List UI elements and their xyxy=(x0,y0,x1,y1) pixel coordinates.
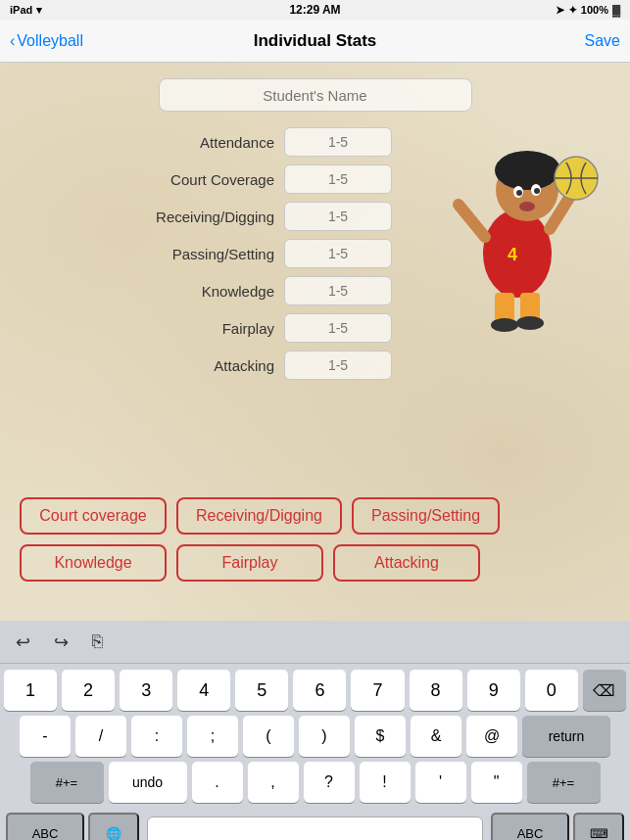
stat-input-attendance[interactable] xyxy=(284,127,392,157)
back-chevron-icon: ‹ xyxy=(10,32,15,50)
battery-icon: ▓ xyxy=(612,4,620,16)
svg-text:4: 4 xyxy=(508,245,517,264)
svg-point-17 xyxy=(516,316,544,330)
stat-input-fairplay[interactable] xyxy=(284,313,392,343)
key-question[interactable]: ? xyxy=(304,762,355,803)
key-at[interactable]: @ xyxy=(466,716,517,757)
stat-label-passing-setting: Passing/Setting xyxy=(127,246,274,262)
symbol-row-1: - / : ; ( ) $ & @ return xyxy=(4,716,626,757)
stat-label-fairplay: Fairplay xyxy=(127,320,274,337)
stat-label-knowledge: Knowledge xyxy=(127,283,274,300)
key-minus[interactable]: - xyxy=(20,716,71,757)
redo-icon[interactable]: ↪ xyxy=(48,628,74,657)
stat-input-knowledge[interactable] xyxy=(284,276,392,305)
key-1[interactable]: 1 xyxy=(4,670,57,711)
svg-line-10 xyxy=(459,205,485,237)
stat-input-attacking[interactable] xyxy=(284,350,392,380)
status-bar: iPad ▾ 12:29 AM ➤ ✦ 100% ▓ xyxy=(0,0,630,20)
key-hash-equals-right[interactable]: #+= xyxy=(527,762,601,803)
stat-row-passing-setting: Passing/Setting xyxy=(20,239,392,268)
stat-row-attacking: Attacking xyxy=(20,350,392,380)
battery-label: 100% xyxy=(581,4,608,16)
button-attacking[interactable]: Attacking xyxy=(333,544,480,582)
key-semicolon[interactable]: ; xyxy=(187,716,238,757)
key-return[interactable]: return xyxy=(522,716,610,757)
key-abc-left[interactable]: ABC xyxy=(6,813,84,840)
svg-rect-14 xyxy=(495,293,514,322)
svg-point-16 xyxy=(491,318,518,332)
key-9[interactable]: 9 xyxy=(467,670,520,711)
stat-label-court-coverage: Court Coverage xyxy=(127,171,274,188)
key-open-paren[interactable]: ( xyxy=(243,716,294,757)
key-3[interactable]: 3 xyxy=(120,670,172,711)
svg-point-8 xyxy=(519,202,535,211)
key-undo[interactable]: undo xyxy=(109,762,187,803)
button-fairplay[interactable]: Fairplay xyxy=(176,544,323,582)
key-dollar[interactable]: $ xyxy=(355,716,406,757)
key-ampersand[interactable]: & xyxy=(411,716,461,757)
buttons-section: Court coverage Receiving/Digging Passing… xyxy=(20,497,610,591)
wifi-icon: ▾ xyxy=(36,4,42,17)
key-hash-equals[interactable]: #+= xyxy=(30,762,104,803)
save-button[interactable]: Save xyxy=(585,32,620,50)
key-4[interactable]: 4 xyxy=(177,670,230,711)
key-5[interactable]: 5 xyxy=(235,670,288,711)
keyboard-toolbar: ↩ ↪ ⎘ xyxy=(0,621,630,664)
stat-input-receiving-digging[interactable] xyxy=(284,202,392,231)
location-icon: ➤ xyxy=(556,4,564,17)
stat-label-attendance: Attendance xyxy=(127,134,274,151)
status-left: iPad ▾ xyxy=(10,4,42,17)
back-button[interactable]: ‹ Volleyball xyxy=(10,32,83,50)
status-right: ➤ ✦ 100% ▓ xyxy=(556,4,620,17)
key-apostrophe[interactable]: ' xyxy=(415,762,466,803)
key-colon[interactable]: : xyxy=(131,716,182,757)
stat-row-court-coverage: Court Coverage xyxy=(20,164,392,194)
key-7[interactable]: 7 xyxy=(351,670,404,711)
bluetooth-icon: ✦ xyxy=(568,4,577,17)
key-close-paren[interactable]: ) xyxy=(299,716,350,757)
button-receiving-digging[interactable]: Receiving/Digging xyxy=(176,497,342,535)
buttons-row-1: Court coverage Receiving/Digging Passing… xyxy=(20,497,610,535)
stat-label-attacking: Attacking xyxy=(127,357,274,374)
stat-label-receiving-digging: Receiving/Digging xyxy=(127,209,274,225)
button-passing-setting[interactable]: Passing/Setting xyxy=(352,497,500,535)
carrier-label: iPad xyxy=(10,4,32,16)
key-8[interactable]: 8 xyxy=(410,670,462,711)
symbol-row-2: #+= undo . , ? ! ' " #+= xyxy=(4,762,626,803)
student-name-input[interactable] xyxy=(159,78,472,112)
main-content: Attendance Court Coverage Receiving/Digg… xyxy=(0,63,630,621)
keyboard-rows: 1 2 3 4 5 6 7 8 9 0 ⌫ - / : ; ( ) $ & @ … xyxy=(0,664,630,812)
stat-row-attendance: Attendance xyxy=(20,127,392,157)
stat-input-court-coverage[interactable] xyxy=(284,164,392,194)
back-label: Volleyball xyxy=(17,32,83,50)
key-period[interactable]: . xyxy=(192,762,243,803)
stat-input-passing-setting[interactable] xyxy=(284,239,392,268)
paste-icon[interactable]: ⎘ xyxy=(86,628,109,656)
key-2[interactable]: 2 xyxy=(62,670,115,711)
text-input-bar[interactable] xyxy=(147,817,483,840)
button-knowledge[interactable]: Knowledge xyxy=(20,544,167,582)
key-0[interactable]: 0 xyxy=(525,670,578,711)
key-exclaim[interactable]: ! xyxy=(360,762,411,803)
key-delete[interactable]: ⌫ xyxy=(583,670,626,711)
key-globe[interactable]: 🌐 xyxy=(88,813,139,840)
key-slash[interactable]: / xyxy=(75,716,126,757)
key-abc-right[interactable]: ABC xyxy=(491,813,569,840)
key-6[interactable]: 6 xyxy=(293,670,346,711)
bottom-bar: ABC 🌐 ABC ⌨ xyxy=(0,812,630,840)
page-title: Individual Stats xyxy=(254,31,377,51)
key-comma[interactable]: , xyxy=(248,762,299,803)
button-court-coverage[interactable]: Court coverage xyxy=(20,497,167,535)
number-row: 1 2 3 4 5 6 7 8 9 0 ⌫ xyxy=(4,670,626,711)
key-keyboard-icon[interactable]: ⌨ xyxy=(573,813,624,840)
stat-row-knowledge: Knowledge xyxy=(20,276,392,305)
nav-bar: ‹ Volleyball Individual Stats Save xyxy=(0,20,630,63)
key-quote[interactable]: " xyxy=(471,762,522,803)
stat-row-fairplay: Fairplay xyxy=(20,313,392,343)
keyboard-area: ↩ ↪ ⎘ 1 2 3 4 5 6 7 8 9 0 ⌫ - / : ; ( ) … xyxy=(0,621,630,840)
stats-form: Attendance Court Coverage Receiving/Digg… xyxy=(20,127,392,380)
buttons-row-2: Knowledge Fairplay Attacking xyxy=(20,544,610,582)
character-illustration: 4 xyxy=(424,112,610,337)
svg-point-7 xyxy=(534,188,540,194)
undo-icon[interactable]: ↩ xyxy=(10,628,36,657)
